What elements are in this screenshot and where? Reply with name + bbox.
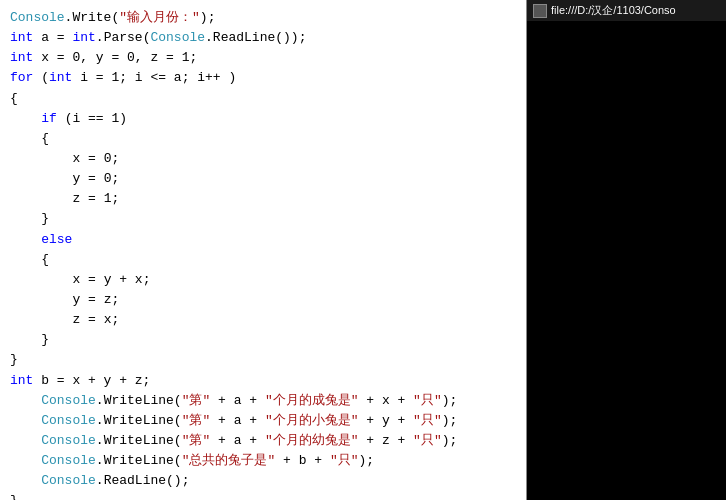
code-line: else <box>10 230 516 250</box>
code-line: { <box>10 129 516 149</box>
code-line: int b = x + y + z; <box>10 371 516 391</box>
code-line: Console.WriteLine("总共的兔子是" + b + "只"); <box>10 451 516 471</box>
console-output <box>527 21 726 500</box>
code-line: int x = 0, y = 0, z = 1; <box>10 48 516 68</box>
code-line: { <box>10 89 516 109</box>
code-line: for (int i = 1; i <= a; i++ ) <box>10 68 516 88</box>
console-icon <box>533 4 547 18</box>
code-line: } <box>10 491 516 500</box>
code-line: } <box>10 209 516 229</box>
code-line: Console.WriteLine("第" + a + "个月的小兔是" + y… <box>10 411 516 431</box>
code-line: x = y + x; <box>10 270 516 290</box>
code-line: y = 0; <box>10 169 516 189</box>
code-line: if (i == 1) <box>10 109 516 129</box>
code-line: } <box>10 350 516 370</box>
code-line: Console.Write("输入月份："); <box>10 8 516 28</box>
code-line: } <box>10 330 516 350</box>
code-line: z = 1; <box>10 189 516 209</box>
console-title: file:///D:/汉企/1103/Conso <box>551 3 676 18</box>
console-titlebar: file:///D:/汉企/1103/Conso <box>527 0 726 21</box>
code-line: Console.WriteLine("第" + a + "个月的成兔是" + x… <box>10 391 516 411</box>
code-editor: Console.Write("输入月份：");int a = int.Parse… <box>0 0 526 500</box>
code-content: Console.Write("输入月份：");int a = int.Parse… <box>0 8 526 500</box>
code-line: Console.ReadLine(); <box>10 471 516 491</box>
console-panel: file:///D:/汉企/1103/Conso <box>526 0 726 500</box>
code-line: Console.WriteLine("第" + a + "个月的幼兔是" + z… <box>10 431 516 451</box>
code-line: x = 0; <box>10 149 516 169</box>
code-line: z = x; <box>10 310 516 330</box>
code-line: y = z; <box>10 290 516 310</box>
code-line: int a = int.Parse(Console.ReadLine()); <box>10 28 516 48</box>
code-line: { <box>10 250 516 270</box>
